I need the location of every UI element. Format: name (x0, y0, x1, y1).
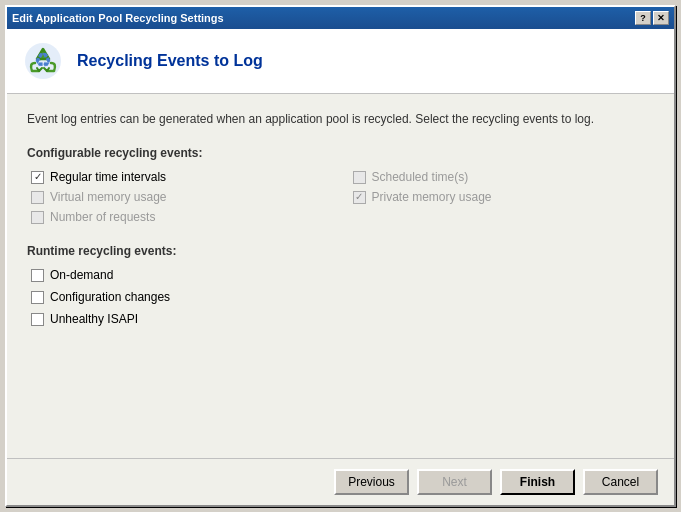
list-item: Regular time intervals (31, 170, 333, 184)
window-content: ♻ Recycling Events to Log Event log entr… (7, 29, 674, 505)
on-demand-label: On-demand (50, 268, 113, 282)
next-button[interactable]: Next (417, 469, 492, 495)
num-requests-checkbox[interactable] (31, 211, 44, 224)
virtual-memory-checkbox[interactable] (31, 191, 44, 204)
header-title: Recycling Events to Log (77, 52, 263, 70)
private-memory-checkbox[interactable] (353, 191, 366, 204)
unhealthy-isapi-checkbox[interactable] (31, 313, 44, 326)
description-text: Event log entries can be generated when … (27, 110, 654, 128)
virtual-memory-label: Virtual memory usage (50, 190, 167, 204)
unhealthy-isapi-label: Unhealthy ISAPI (50, 312, 138, 326)
window-title: Edit Application Pool Recycling Settings (12, 12, 224, 24)
list-item: Scheduled time(s) (353, 170, 655, 184)
regular-time-label: Regular time intervals (50, 170, 166, 184)
previous-button[interactable]: Previous (334, 469, 409, 495)
scheduled-time-label: Scheduled time(s) (372, 170, 469, 184)
title-bar: Edit Application Pool Recycling Settings… (7, 7, 674, 29)
config-changes-label: Configuration changes (50, 290, 170, 304)
svg-text:♻: ♻ (34, 49, 52, 71)
list-item: Number of requests (31, 210, 333, 224)
private-memory-label: Private memory usage (372, 190, 492, 204)
runtime-section: Runtime recycling events: On-demand Conf… (27, 244, 654, 326)
list-item: Private memory usage (353, 190, 655, 204)
list-item: On-demand (31, 268, 654, 282)
list-item: Virtual memory usage (31, 190, 333, 204)
runtime-checkboxes: On-demand Configuration changes Unhealth… (27, 268, 654, 326)
body-section: Event log entries can be generated when … (7, 94, 674, 458)
main-window: Edit Application Pool Recycling Settings… (5, 5, 676, 507)
help-button[interactable]: ? (635, 11, 651, 25)
configurable-label: Configurable recycling events: (27, 146, 654, 160)
scheduled-time-checkbox[interactable] (353, 171, 366, 184)
configurable-checkboxes: Regular time intervals Scheduled time(s)… (27, 170, 654, 224)
on-demand-checkbox[interactable] (31, 269, 44, 282)
list-item: Configuration changes (31, 290, 654, 304)
num-requests-label: Number of requests (50, 210, 155, 224)
list-item: Unhealthy ISAPI (31, 312, 654, 326)
cancel-button[interactable]: Cancel (583, 469, 658, 495)
config-changes-checkbox[interactable] (31, 291, 44, 304)
finish-button[interactable]: Finish (500, 469, 575, 495)
runtime-label: Runtime recycling events: (27, 244, 654, 258)
recycle-icon: ♻ (23, 41, 63, 81)
close-button[interactable]: ✕ (653, 11, 669, 25)
header-section: ♻ Recycling Events to Log (7, 29, 674, 94)
title-controls: ? ✕ (635, 11, 669, 25)
regular-time-checkbox[interactable] (31, 171, 44, 184)
footer: Previous Next Finish Cancel (7, 458, 674, 505)
